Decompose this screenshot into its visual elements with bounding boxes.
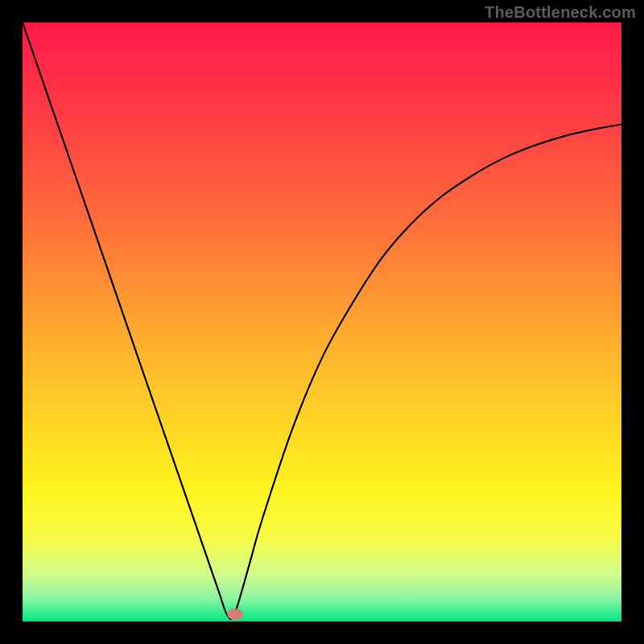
gradient-background [23,23,621,621]
optimal-marker [227,609,243,620]
watermark-text: TheBottleneck.com [485,3,636,22]
chart-plot-frame [23,23,621,621]
chart-svg [23,23,621,621]
